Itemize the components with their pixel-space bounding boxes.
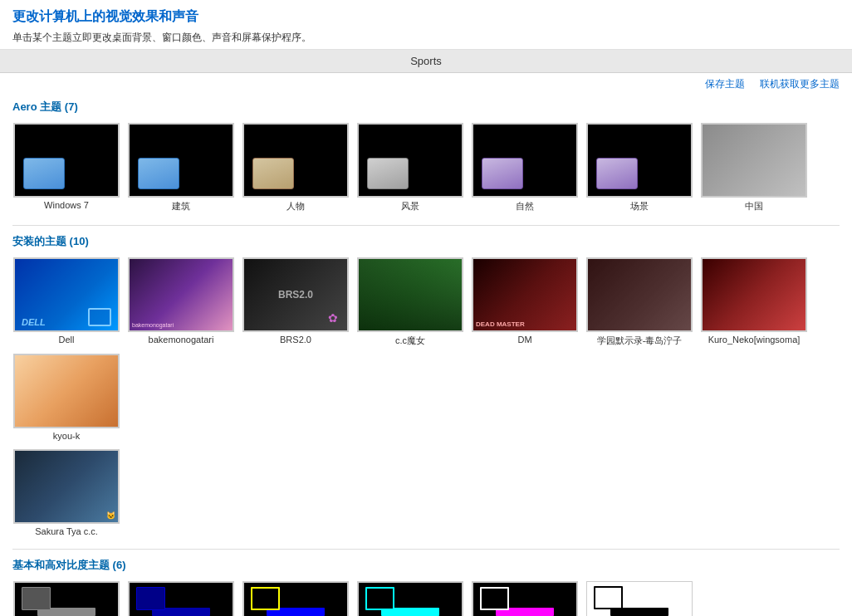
actions-bar: 保存主题 联机获取更多主题	[0, 73, 852, 95]
page-container: 更改计算机上的视觉效果和声音 单击某个主题立即更改桌面背景、窗口颜色、声音和屏幕…	[0, 0, 852, 616]
theme-sakura-label: Sakura Tya c.c.	[35, 526, 98, 536]
theme-sakura-thumb: 🐱	[13, 449, 120, 524]
installed-themes-row: DELL Dell bakemonogatari bakemonogatari …	[12, 257, 840, 441]
theme-arch-label: 建筑	[172, 200, 190, 213]
save-theme-link[interactable]: 保存主题	[705, 78, 745, 90]
theme-scenery[interactable]: 风景	[356, 123, 464, 213]
theme-arch-thumb	[128, 123, 234, 198]
theme-cc[interactable]: c.c魔女	[356, 257, 464, 347]
aero-section-title: Aero 主题 (7)	[12, 100, 840, 115]
theme-dm[interactable]: DEAD MASTER DM	[471, 257, 579, 345]
header: 更改计算机上的视觉效果和声音 单击某个主题立即更改桌面背景、窗口颜色、声音和屏幕…	[0, 0, 852, 50]
theme-win7-thumb	[13, 123, 120, 198]
theme-nature-thumb	[472, 123, 578, 198]
theme-dell[interactable]: DELL Dell	[12, 257, 120, 345]
theme-person-thumb	[242, 123, 349, 198]
theme-china-label: 中国	[745, 200, 763, 213]
installed-section: 安装的主题 (10) DELL Dell bakemonogatari bake…	[0, 230, 852, 545]
installed-themes-row2: 🐱 Sakura Tya c.c.	[12, 449, 840, 536]
theme-brs-thumb: BRS2.0 ✿	[242, 257, 349, 332]
hc-section-title: 基本和高对比度主题 (6)	[12, 558, 840, 573]
theme-gaku-thumb	[586, 257, 693, 332]
theme-hcbasic-thumb	[13, 581, 120, 616]
subtitle: 单击某个主题立即更改桌面背景、窗口颜色、声音和屏幕保护程序。	[12, 31, 840, 45]
theme-scenery-label: 风景	[401, 200, 419, 213]
theme-china[interactable]: 中国	[700, 123, 808, 213]
theme-gaku[interactable]: 学园默示录-毒岛泞子	[585, 257, 693, 347]
theme-nature-label: 自然	[516, 200, 534, 213]
theme-brs-label: BRS2.0	[280, 335, 311, 345]
divider-2	[12, 549, 840, 550]
theme-scene-thumb	[586, 123, 693, 198]
get-more-themes-link[interactable]: 联机获取更多主题	[760, 78, 840, 90]
theme-hcblack[interactable]: 高对比黑色	[471, 581, 579, 616]
theme-arch[interactable]: 建筑	[127, 123, 235, 213]
installed-section-title: 安装的主题 (10)	[12, 234, 840, 249]
theme-china-thumb	[701, 123, 807, 198]
aero-section: Aero 主题 (7) Windows 7 建筑	[0, 95, 852, 221]
theme-cc-thumb	[357, 257, 463, 332]
aero-themes-row: Windows 7 建筑 人物 风景	[12, 123, 840, 213]
theme-win7-label: Windows 7	[44, 200, 89, 210]
theme-nature[interactable]: 自然	[471, 123, 579, 213]
theme-hcwhite-thumb	[586, 581, 693, 616]
theme-hc1-thumb	[242, 581, 349, 616]
theme-kuro-label: Kuro_Neko[wingsoma]	[708, 335, 801, 345]
theme-bako-label: bakemonogatari	[149, 335, 214, 345]
theme-kuro[interactable]: Kuro_Neko[wingsoma]	[700, 257, 808, 345]
theme-hc2-thumb	[357, 581, 463, 616]
theme-bako[interactable]: bakemonogatari bakemonogatari	[127, 257, 235, 345]
theme-kyou-thumb	[13, 354, 120, 428]
hc-section: 基本和高对比度主题 (6) Windows 7 Basic Windows 经典	[0, 554, 852, 616]
theme-person[interactable]: 人物	[242, 123, 350, 213]
theme-hcbasic[interactable]: Windows 7 Basic	[12, 581, 120, 616]
theme-hcwhite[interactable]: 高对比白色	[585, 581, 693, 616]
theme-dm-thumb: DEAD MASTER	[472, 257, 578, 332]
theme-kuro-thumb	[701, 257, 807, 332]
theme-dell-label: Dell	[59, 335, 75, 345]
theme-dm-label: DM	[517, 335, 531, 345]
theme-kyou[interactable]: kyou-k	[12, 354, 120, 441]
theme-hc2[interactable]: 高对比度 #2	[356, 581, 464, 616]
theme-gaku-label: 学园默示录-毒岛泞子	[597, 335, 683, 347]
theme-sakura[interactable]: 🐱 Sakura Tya c.c.	[12, 449, 120, 536]
sports-bar: Sports	[0, 50, 852, 73]
hc-themes-row: Windows 7 Basic Windows 经典 高对比度 #1	[12, 581, 840, 616]
theme-scene-label: 场景	[630, 200, 649, 213]
theme-brs[interactable]: BRS2.0 ✿ BRS2.0	[242, 257, 350, 345]
theme-cc-label: c.c魔女	[395, 335, 425, 347]
theme-hcwin[interactable]: Windows 经典	[127, 581, 235, 616]
theme-person-label: 人物	[286, 200, 305, 213]
divider-1	[12, 225, 840, 226]
theme-bako-thumb: bakemonogatari	[128, 257, 234, 332]
theme-dell-thumb: DELL	[13, 257, 120, 332]
theme-hc1[interactable]: 高对比度 #1	[242, 581, 350, 616]
theme-hcblack-thumb	[472, 581, 578, 616]
theme-kyou-label: kyou-k	[53, 431, 80, 441]
theme-win7[interactable]: Windows 7	[12, 123, 120, 210]
page-title: 更改计算机上的视觉效果和声音	[12, 8, 840, 26]
theme-scene[interactable]: 场景	[585, 123, 693, 213]
theme-hcwin-thumb	[128, 581, 234, 616]
theme-scenery-thumb	[357, 123, 463, 198]
